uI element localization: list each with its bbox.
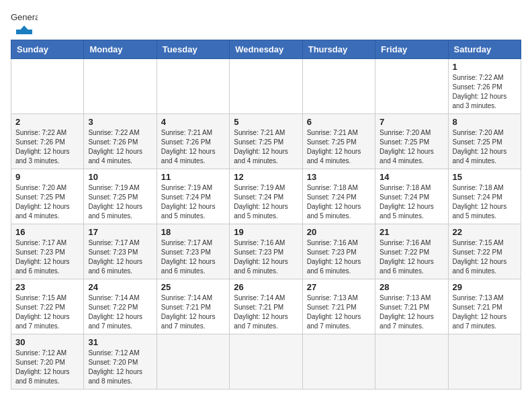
day-info: Sunrise: 7:17 AM Sunset: 7:23 PM Dayligh… (88, 238, 152, 276)
day-info: Sunrise: 7:16 AM Sunset: 7:23 PM Dayligh… (234, 238, 298, 276)
day-info: Sunrise: 7:12 AM Sunset: 7:20 PM Dayligh… (15, 349, 79, 386)
day-number: 16 (15, 227, 79, 237)
day-number: 22 (453, 227, 517, 237)
calendar-cell: 24Sunrise: 7:14 AM Sunset: 7:22 PM Dayli… (84, 279, 157, 334)
day-info: Sunrise: 7:17 AM Sunset: 7:23 PM Dayligh… (15, 238, 79, 276)
day-number: 15 (453, 172, 517, 182)
day-info: Sunrise: 7:20 AM Sunset: 7:25 PM Dayligh… (453, 128, 517, 166)
calendar-cell: 4Sunrise: 7:21 AM Sunset: 7:26 PM Daylig… (157, 114, 229, 169)
weekday-header-sunday: Sunday (11, 40, 84, 59)
day-info: Sunrise: 7:18 AM Sunset: 7:24 PM Dayligh… (380, 183, 443, 221)
calendar-cell (230, 59, 302, 114)
day-number: 29 (453, 282, 517, 292)
day-info: Sunrise: 7:20 AM Sunset: 7:25 PM Dayligh… (380, 128, 443, 166)
day-info: Sunrise: 7:17 AM Sunset: 7:23 PM Dayligh… (161, 238, 225, 276)
day-info: Sunrise: 7:22 AM Sunset: 7:26 PM Dayligh… (453, 73, 517, 111)
day-number: 24 (88, 282, 152, 292)
day-info: Sunrise: 7:18 AM Sunset: 7:24 PM Dayligh… (453, 183, 517, 221)
week-row-3: 16Sunrise: 7:17 AM Sunset: 7:23 PM Dayli… (11, 224, 521, 279)
calendar-cell: 22Sunrise: 7:15 AM Sunset: 7:22 PM Dayli… (448, 224, 521, 279)
day-info: Sunrise: 7:14 AM Sunset: 7:21 PM Dayligh… (234, 293, 298, 331)
day-number: 31 (88, 337, 152, 347)
day-number: 26 (234, 282, 298, 292)
day-info: Sunrise: 7:22 AM Sunset: 7:26 PM Dayligh… (15, 128, 79, 166)
svg-rect-2 (16, 30, 32, 34)
day-number: 7 (380, 117, 443, 127)
calendar-cell: 16Sunrise: 7:17 AM Sunset: 7:23 PM Dayli… (11, 224, 84, 279)
calendar-cell: 11Sunrise: 7:19 AM Sunset: 7:24 PM Dayli… (157, 169, 229, 224)
weekday-header-tuesday: Tuesday (157, 40, 229, 59)
calendar-cell: 7Sunrise: 7:20 AM Sunset: 7:25 PM Daylig… (375, 114, 448, 169)
calendar-cell: 2Sunrise: 7:22 AM Sunset: 7:26 PM Daylig… (11, 114, 84, 169)
day-number: 11 (161, 172, 225, 182)
day-info: Sunrise: 7:13 AM Sunset: 7:21 PM Dayligh… (453, 293, 517, 331)
day-number: 10 (88, 172, 152, 182)
day-number: 8 (453, 117, 517, 127)
day-number: 12 (234, 172, 298, 182)
svg-text:General: General (11, 12, 38, 22)
calendar-cell (302, 334, 375, 390)
day-info: Sunrise: 7:19 AM Sunset: 7:25 PM Dayligh… (88, 183, 152, 221)
calendar-cell: 25Sunrise: 7:14 AM Sunset: 7:21 PM Dayli… (157, 279, 229, 334)
day-info: Sunrise: 7:21 AM Sunset: 7:25 PM Dayligh… (234, 128, 298, 166)
day-info: Sunrise: 7:20 AM Sunset: 7:25 PM Dayligh… (15, 183, 79, 221)
logo-svg: General (11, 11, 38, 34)
day-info: Sunrise: 7:15 AM Sunset: 7:22 PM Dayligh… (15, 293, 79, 331)
calendar-cell: 18Sunrise: 7:17 AM Sunset: 7:23 PM Dayli… (157, 224, 229, 279)
day-info: Sunrise: 7:21 AM Sunset: 7:25 PM Dayligh… (307, 128, 371, 166)
calendar-cell: 12Sunrise: 7:19 AM Sunset: 7:24 PM Dayli… (230, 169, 302, 224)
day-number: 23 (15, 282, 79, 292)
day-number: 30 (15, 337, 79, 347)
day-info: Sunrise: 7:22 AM Sunset: 7:26 PM Dayligh… (88, 128, 152, 166)
day-number: 27 (307, 282, 371, 292)
logo: General (11, 11, 38, 34)
day-number: 5 (234, 117, 298, 127)
day-number: 25 (161, 282, 225, 292)
day-info: Sunrise: 7:19 AM Sunset: 7:24 PM Dayligh… (161, 183, 225, 221)
calendar-cell (84, 59, 157, 114)
day-info: Sunrise: 7:14 AM Sunset: 7:21 PM Dayligh… (161, 293, 225, 331)
day-number: 6 (307, 117, 371, 127)
day-info: Sunrise: 7:15 AM Sunset: 7:22 PM Dayligh… (453, 238, 517, 276)
calendar-cell: 17Sunrise: 7:17 AM Sunset: 7:23 PM Dayli… (84, 224, 157, 279)
header: General (11, 11, 521, 34)
calendar-cell (302, 59, 375, 114)
week-row-0: 1Sunrise: 7:22 AM Sunset: 7:26 PM Daylig… (11, 59, 521, 114)
calendar-cell: 31Sunrise: 7:12 AM Sunset: 7:20 PM Dayli… (84, 334, 157, 390)
weekday-header-row: SundayMondayTuesdayWednesdayThursdayFrid… (11, 40, 521, 59)
day-number: 1 (453, 62, 517, 72)
calendar-cell (157, 334, 229, 390)
day-info: Sunrise: 7:19 AM Sunset: 7:24 PM Dayligh… (234, 183, 298, 221)
weekday-header-saturday: Saturday (448, 40, 521, 59)
week-row-5: 30Sunrise: 7:12 AM Sunset: 7:20 PM Dayli… (11, 334, 521, 390)
day-info: Sunrise: 7:18 AM Sunset: 7:24 PM Dayligh… (307, 183, 371, 221)
day-number: 4 (161, 117, 225, 127)
day-number: 20 (307, 227, 371, 237)
calendar-cell (11, 59, 84, 114)
calendar-cell: 3Sunrise: 7:22 AM Sunset: 7:26 PM Daylig… (84, 114, 157, 169)
day-number: 2 (15, 117, 79, 127)
calendar-cell: 1Sunrise: 7:22 AM Sunset: 7:26 PM Daylig… (448, 59, 521, 114)
calendar-cell: 20Sunrise: 7:16 AM Sunset: 7:23 PM Dayli… (302, 224, 375, 279)
day-info: Sunrise: 7:21 AM Sunset: 7:26 PM Dayligh… (161, 128, 225, 166)
calendar-cell: 6Sunrise: 7:21 AM Sunset: 7:25 PM Daylig… (302, 114, 375, 169)
weekday-header-friday: Friday (375, 40, 448, 59)
calendar-cell: 13Sunrise: 7:18 AM Sunset: 7:24 PM Dayli… (302, 169, 375, 224)
calendar-cell: 26Sunrise: 7:14 AM Sunset: 7:21 PM Dayli… (230, 279, 302, 334)
calendar-cell: 10Sunrise: 7:19 AM Sunset: 7:25 PM Dayli… (84, 169, 157, 224)
day-info: Sunrise: 7:14 AM Sunset: 7:22 PM Dayligh… (88, 293, 152, 331)
calendar-cell: 21Sunrise: 7:16 AM Sunset: 7:22 PM Dayli… (375, 224, 448, 279)
week-row-1: 2Sunrise: 7:22 AM Sunset: 7:26 PM Daylig… (11, 114, 521, 169)
day-info: Sunrise: 7:13 AM Sunset: 7:21 PM Dayligh… (380, 293, 443, 331)
calendar-cell: 14Sunrise: 7:18 AM Sunset: 7:24 PM Dayli… (375, 169, 448, 224)
day-number: 13 (307, 172, 371, 182)
calendar-cell (157, 59, 229, 114)
week-row-4: 23Sunrise: 7:15 AM Sunset: 7:22 PM Dayli… (11, 279, 521, 334)
calendar-cell: 5Sunrise: 7:21 AM Sunset: 7:25 PM Daylig… (230, 114, 302, 169)
calendar-cell (448, 334, 521, 390)
day-info: Sunrise: 7:13 AM Sunset: 7:21 PM Dayligh… (307, 293, 371, 331)
calendar-cell: 19Sunrise: 7:16 AM Sunset: 7:23 PM Dayli… (230, 224, 302, 279)
weekday-header-thursday: Thursday (302, 40, 375, 59)
calendar-cell: 8Sunrise: 7:20 AM Sunset: 7:25 PM Daylig… (448, 114, 521, 169)
day-info: Sunrise: 7:16 AM Sunset: 7:23 PM Dayligh… (307, 238, 371, 276)
